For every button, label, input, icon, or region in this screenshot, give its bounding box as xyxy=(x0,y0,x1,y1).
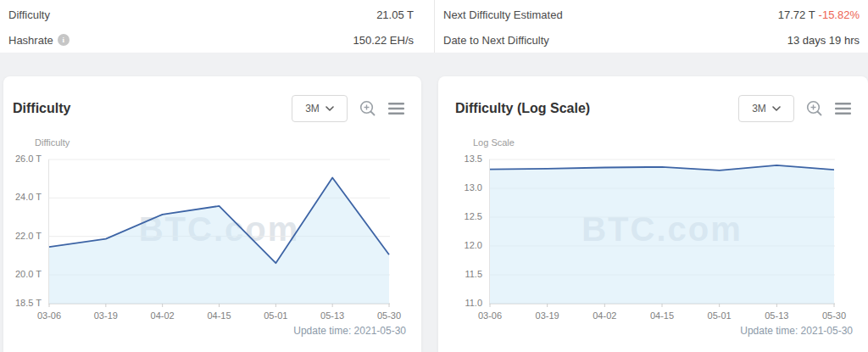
y-tick-label: 20.0 T xyxy=(3,269,42,279)
stat-value-hashrate: 150.22 EH/s xyxy=(353,34,414,47)
stat-row-next-difficulty: Next Difficulty Estimated 17.72 T-15.82% xyxy=(443,2,860,27)
info-icon[interactable]: i xyxy=(58,34,70,46)
stat-label-text: Date to Next Difficulty xyxy=(443,34,549,47)
stats-bar: Difficulty 21.05 T Hashrate i 150.22 EH/… xyxy=(0,0,868,53)
x-tick-label: 04-15 xyxy=(633,310,691,321)
chart-cards: Difficulty 3M Difficulty BTC.com xyxy=(3,76,868,352)
stats-col-left: Difficulty 21.05 T Hashrate i 150.22 EH/… xyxy=(0,0,434,53)
chart-area xyxy=(490,165,834,304)
x-tick-label: 03-19 xyxy=(77,310,135,321)
x-tick-label: 04-02 xyxy=(576,310,633,321)
y-tick-label: 26.0 T xyxy=(3,154,42,164)
plot-area: BTC.com 26.0 T24.0 T22.0 T20.0 T18.5 T03… xyxy=(3,76,421,352)
next-difficulty-value: 17.72 T xyxy=(778,8,815,21)
y-tick-label: 18.5 T xyxy=(3,298,42,308)
y-tick-label: 13.5 xyxy=(438,154,482,164)
stat-label-difficulty: Difficulty xyxy=(8,8,50,21)
x-tick-label: 05-01 xyxy=(247,310,304,321)
x-tick-label: 05-30 xyxy=(805,310,863,321)
y-tick-label: 22.0 T xyxy=(3,231,42,241)
chart-canvas[interactable] xyxy=(489,159,835,304)
x-tick-label: 05-01 xyxy=(691,310,748,321)
x-tick-label: 04-15 xyxy=(191,310,248,321)
y-tick-label: 11.5 xyxy=(438,269,482,279)
stat-value-difficulty: 21.05 T xyxy=(376,8,414,21)
stat-row-difficulty: Difficulty 21.05 T xyxy=(8,2,414,27)
y-tick-label: 11.0 xyxy=(438,298,482,308)
x-tick-label: 03-06 xyxy=(461,310,519,321)
y-tick-label: 13.0 xyxy=(438,182,482,193)
x-tick-label: 05-13 xyxy=(303,310,361,321)
stat-row-hashrate: Hashrate i 150.22 EH/s xyxy=(8,27,414,53)
page: Difficulty 21.05 T Hashrate i 150.22 EH/… xyxy=(0,0,868,352)
stat-row-date-to-next: Date to Next Difficulty 13 days 19 hrs xyxy=(443,27,860,53)
stat-label-text: Difficulty xyxy=(8,8,50,21)
stat-value-next-difficulty: 17.72 T-15.82% xyxy=(778,8,860,21)
stat-label-text: Hashrate xyxy=(8,34,53,47)
update-time: Update time: 2021-05-30 xyxy=(293,325,406,337)
stat-label-hashrate: Hashrate i xyxy=(8,34,70,47)
y-tick-label: 24.0 T xyxy=(3,192,42,202)
stat-label-next-difficulty: Next Difficulty Estimated xyxy=(443,8,563,21)
y-tick-label: 12.5 xyxy=(438,211,482,221)
stat-label-text: Next Difficulty Estimated xyxy=(443,8,563,21)
x-tick-label: 03-06 xyxy=(20,310,78,321)
x-tick-label: 04-02 xyxy=(134,310,192,321)
y-tick-label: 12.0 xyxy=(438,240,482,250)
stat-value-date-to-next: 13 days 19 hrs xyxy=(787,34,860,47)
stats-col-right: Next Difficulty Estimated 17.72 T-15.82%… xyxy=(434,0,868,53)
stat-label-date-to-next: Date to Next Difficulty xyxy=(443,34,549,47)
x-tick-label: 03-19 xyxy=(519,310,576,321)
update-time: Update time: 2021-05-30 xyxy=(740,325,853,337)
difficulty-card: Difficulty 3M Difficulty BTC.com xyxy=(3,76,421,352)
x-tick-label: 05-30 xyxy=(360,310,418,321)
plot-area: BTC.com 13.513.012.512.011.511.003-0603-… xyxy=(438,76,868,352)
chart-canvas[interactable] xyxy=(48,159,390,304)
chart-area xyxy=(49,178,389,305)
next-difficulty-change: -15.82% xyxy=(819,8,860,21)
difficulty-log-scale-card: Difficulty (Log Scale) 3M Log Scale B xyxy=(438,76,868,352)
x-tick-label: 05-13 xyxy=(748,310,805,321)
